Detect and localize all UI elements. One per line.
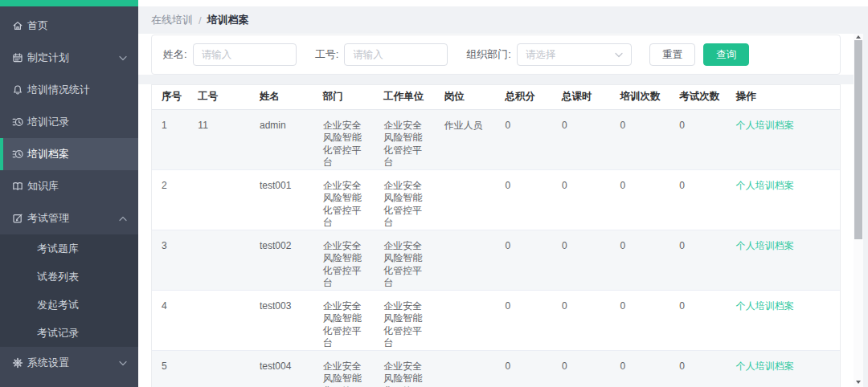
main-content: 在线培训 / 培训档案 姓名: 工号: 组织部门: 请选择 重置 查询	[138, 0, 868, 387]
sidebar-item-home[interactable]: 首页	[0, 10, 138, 42]
personal-archive-link[interactable]: 个人培训档案	[736, 240, 794, 251]
cell-action: 个人培训档案	[727, 169, 840, 230]
cell-name: admin	[250, 109, 313, 169]
exam-submenu: 考试题库 试卷列表 发起考试 考试记录	[0, 234, 138, 347]
archives-table: 序号工号姓名部门工作单位岗位总积分总课时培训次数考试次数操作 1 11 admi…	[151, 84, 841, 387]
column-header: 部门	[313, 85, 375, 109]
cell-exams: 0	[669, 290, 727, 350]
employee-id-input[interactable]	[344, 43, 448, 66]
cell-seq: 5	[152, 350, 188, 387]
employee-id-label: 工号:	[315, 47, 339, 62]
sidebar-item-label: 培训情况统计	[27, 83, 90, 97]
cell-name: test004	[250, 350, 313, 387]
column-header: 工号	[188, 85, 250, 109]
gear-icon	[12, 357, 23, 369]
cell-action: 个人培训档案	[727, 290, 840, 350]
cell-unit: 企业安全风险智能化管控平台	[374, 290, 435, 350]
personal-archive-link[interactable]: 个人培训档案	[736, 180, 794, 191]
sidebar-item-plan[interactable]: 制定计划	[0, 42, 138, 74]
cell-post	[435, 169, 496, 230]
sidebar-item-question-bank[interactable]: 考试题库	[0, 234, 138, 263]
cell-points: 0	[495, 169, 552, 230]
personal-archive-link[interactable]: 个人培训档案	[736, 361, 794, 372]
personal-archive-link[interactable]: 个人培训档案	[736, 300, 794, 312]
cell-id	[188, 230, 250, 290]
cell-action: 个人培训档案	[727, 350, 840, 387]
chevron-down-icon	[615, 52, 623, 58]
sidebar-item-label: 系统设置	[27, 356, 69, 370]
sidebar-item-paper-list[interactable]: 试卷列表	[0, 263, 138, 291]
cell-seq: 2	[152, 169, 188, 230]
cell-unit: 企业安全风险智能化管控平台	[374, 350, 435, 387]
sidebar-item-exam-records[interactable]: 考试记录	[0, 319, 138, 347]
cell-post	[435, 350, 496, 387]
cell-exams: 0	[669, 109, 727, 169]
chevron-up-icon	[119, 216, 127, 222]
sidebar-item-training-archives[interactable]: 培训档案	[0, 138, 138, 170]
column-header: 岗位	[435, 85, 496, 109]
cell-dept: 企业安全风险智能化管控平台	[313, 350, 375, 387]
cell-unit: 企业安全风险智能化管控平台	[374, 230, 435, 290]
cell-name: test002	[250, 230, 313, 290]
scroll-up-arrow[interactable]	[856, 35, 861, 39]
personal-archive-link[interactable]: 个人培训档案	[736, 120, 794, 131]
column-header: 序号	[152, 85, 188, 109]
cell-hours: 0	[552, 290, 611, 350]
sidebar-accent-bar	[0, 0, 138, 6]
cell-points: 0	[495, 350, 552, 387]
cell-points: 0	[495, 230, 552, 290]
scroll-down-arrow[interactable]	[856, 381, 861, 384]
sidebar-item-knowledge-base[interactable]: 知识库	[0, 170, 138, 202]
cell-unit: 企业安全风险智能化管控平台	[374, 169, 435, 230]
bell-icon	[12, 84, 23, 96]
cell-exams: 0	[669, 350, 727, 387]
column-header: 总积分	[495, 85, 552, 109]
column-header: 总课时	[552, 85, 611, 109]
cell-action: 个人培训档案	[727, 230, 840, 290]
org-dept-label: 组织部门:	[466, 47, 511, 62]
cell-name: test003	[250, 290, 313, 350]
breadcrumb-current: 培训档案	[207, 13, 249, 27]
sidebar-item-label: 培训档案	[27, 147, 69, 161]
cell-id	[188, 169, 250, 230]
vertical-scrollbar	[854, 34, 863, 387]
history-icon	[12, 149, 23, 160]
org-dept-select[interactable]: 请选择	[517, 43, 632, 66]
sidebar-item-start-exam[interactable]: 发起考试	[0, 291, 138, 319]
calendar-icon	[12, 52, 23, 63]
breadcrumb-parent[interactable]: 在线培训	[151, 13, 193, 27]
sidebar-item-training-stats[interactable]: 培训情况统计	[0, 74, 138, 106]
sidebar-item-training-records[interactable]: 培训记录	[0, 106, 138, 138]
cell-trainings: 0	[611, 169, 670, 230]
name-input[interactable]	[193, 43, 297, 66]
table-row: 2 test001 企业安全风险智能化管控平台 企业安全风险智能化管控平台 0 …	[152, 169, 840, 230]
cell-dept: 企业安全风险智能化管控平台	[313, 290, 375, 350]
cell-id: 11	[188, 109, 250, 169]
cell-seq: 3	[152, 230, 188, 290]
sidebar-item-label: 考试管理	[27, 211, 69, 226]
cell-action: 个人培训档案	[727, 109, 840, 169]
cell-name: test001	[250, 169, 313, 230]
scrollbar-thumb[interactable]	[854, 40, 862, 239]
cell-seq: 1	[152, 109, 188, 169]
column-header: 姓名	[250, 85, 313, 109]
cell-hours: 0	[552, 169, 611, 230]
column-header: 考试次数	[669, 85, 727, 109]
cell-dept: 企业安全风险智能化管控平台	[313, 169, 375, 230]
table-row: 1 11 admin 企业安全风险智能化管控平台 企业安全风险智能化管控平台 作…	[152, 109, 840, 169]
sidebar-item-system-settings[interactable]: 系统设置	[0, 347, 138, 379]
cell-hours: 0	[552, 109, 611, 169]
name-label: 姓名:	[163, 47, 187, 62]
reset-button[interactable]: 重置	[649, 43, 695, 66]
cell-trainings: 0	[611, 109, 670, 169]
sidebar-item-label: 制定计划	[27, 51, 69, 65]
table-row: 3 test002 企业安全风险智能化管控平台 企业安全风险智能化管控平台 0 …	[152, 230, 840, 290]
search-button[interactable]: 查询	[703, 43, 749, 66]
cell-post	[435, 230, 496, 290]
cell-trainings: 0	[611, 230, 670, 290]
sidebar-item-exam-management[interactable]: 考试管理	[0, 202, 138, 234]
org-dept-select-value: 请选择	[526, 48, 556, 62]
column-header: 操作	[727, 85, 840, 109]
cell-points: 0	[495, 290, 552, 350]
cell-dept: 企业安全风险智能化管控平台	[313, 230, 375, 290]
